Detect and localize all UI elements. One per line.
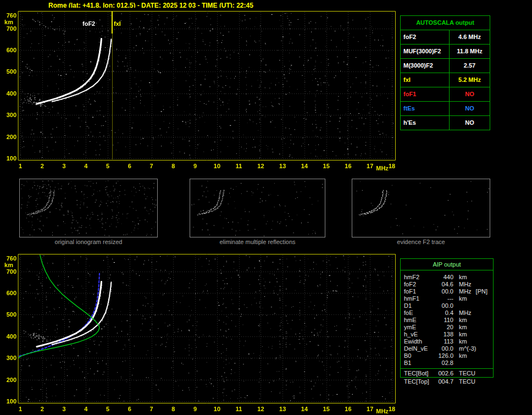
- aip-value: 002.6: [435, 370, 453, 377]
- aip-unit: MHz: [459, 309, 472, 317]
- table-row: foF1 00.0 MHz [PN]: [401, 288, 493, 295]
- table-row: foF2 04.6 MHz: [401, 281, 493, 288]
- aip-value: ---: [435, 295, 453, 302]
- aip-param: hmF2: [404, 274, 435, 281]
- aip-value: 00.0: [435, 288, 453, 295]
- table-row: foE 0.4 MHz: [401, 309, 493, 317]
- aip-value: 00.0: [435, 302, 453, 309]
- aip-unit: km: [459, 338, 467, 345]
- aip-param: hmE: [404, 317, 435, 324]
- table-row: TEC[Bot] 002.6 TECU: [401, 370, 493, 377]
- table-row: foF1 NO: [401, 87, 490, 102]
- aip-body: hmF2 440 km foF2 04.6 MHz foF1 00.0 MHz …: [401, 270, 493, 377]
- aip-param: h_vE: [404, 331, 435, 338]
- aip-param: B0: [404, 352, 435, 359]
- table-row: h'Es NO: [401, 116, 490, 130]
- aip-param: TEC[Top]: [404, 378, 435, 385]
- aip-unit: MHz: [459, 288, 472, 295]
- aip-unit: MHz: [459, 281, 472, 288]
- top-ionogram-canvas: [0, 8, 398, 173]
- thumbnail-caption: eliminate multiple reflections: [190, 239, 325, 245]
- row-value: 2.57: [450, 59, 490, 73]
- table-row: hmF2 440 km: [401, 274, 493, 281]
- fxi-label: fxI: [114, 20, 121, 27]
- autoscala-title: AUTOSCALA output: [401, 16, 490, 30]
- row-value: 11.8 MHz: [450, 45, 490, 58]
- table-row: fxI 5.2 MHz: [401, 73, 490, 87]
- aip-value: 138: [435, 331, 453, 338]
- row-label: foF1: [401, 87, 450, 101]
- aip-unit: m^(-3): [459, 345, 476, 352]
- aip-param: Ewidth: [404, 338, 435, 345]
- aip-unit: km: [459, 295, 467, 302]
- aip-value: 126.0: [435, 352, 453, 359]
- table-row: B0 126.0 km: [401, 352, 493, 359]
- thumbnail-caption: original ionogram resized: [19, 239, 158, 245]
- row-value: 5.2 MHz: [450, 73, 490, 87]
- row-label: h'Es: [401, 116, 450, 130]
- table-row: MUF(3000)F2 11.8 MHz: [401, 45, 490, 59]
- row-label: fxI: [401, 73, 450, 87]
- aip-value: 20: [435, 324, 453, 331]
- row-value: NO: [450, 102, 490, 115]
- table-row: Ewidth 113 km: [401, 338, 493, 345]
- table-row: hmE 110 km: [401, 317, 493, 324]
- row-label: M(3000)F2: [401, 59, 450, 73]
- aip-value: 00.0: [435, 345, 453, 352]
- aip-value: 440: [435, 274, 453, 281]
- row-label: MUF(3000)F2: [401, 45, 450, 58]
- aip-param: TEC[Bot]: [404, 370, 435, 377]
- table-row: hmF1 --- km: [401, 295, 493, 302]
- aip-unit: km: [459, 324, 467, 331]
- aip-unit: km: [459, 274, 467, 281]
- aip-param: foF1: [404, 288, 435, 295]
- aip-tec-top-row: TEC[Top] 004.7 TECU: [400, 378, 492, 385]
- aip-value: 0.4: [435, 309, 453, 317]
- table-row: TEC[Top] 004.7 TECU: [400, 378, 492, 385]
- aip-output-table: AIP output hmF2 440 km foF2 04.6 MHz foF…: [400, 258, 494, 378]
- aip-param: foE: [404, 309, 435, 317]
- aip-param: B1: [404, 359, 435, 367]
- aip-value: 04.6: [435, 281, 453, 288]
- aip-param: hmF1: [404, 295, 435, 302]
- fof2-label: foF2: [82, 20, 95, 27]
- aip-unit: TECU: [459, 378, 475, 385]
- table-row: D1 00.0: [401, 302, 493, 309]
- aip-unit: km: [459, 317, 467, 324]
- row-label: ftEs: [401, 102, 450, 115]
- aip-value: 113: [435, 338, 453, 345]
- aip-unit: TECU: [459, 370, 475, 377]
- divider: [401, 368, 493, 369]
- aip-value: 004.7: [435, 378, 453, 385]
- thumbnail-original-ionogram: [19, 179, 158, 237]
- row-value: NO: [450, 87, 490, 101]
- row-value: 4.6 MHz: [450, 30, 490, 44]
- aip-note: [PN]: [476, 288, 487, 295]
- autoscala-output-table: AUTOSCALA output foF2 4.6 MHz MUF(3000)F…: [400, 15, 490, 130]
- aip-param: DelN_vE: [404, 345, 435, 352]
- aip-unit: km: [459, 331, 467, 338]
- aip-param: foF2: [404, 281, 435, 288]
- row-value: NO: [450, 116, 490, 130]
- table-row: foF2 4.6 MHz: [401, 30, 490, 45]
- aip-param: ymE: [404, 324, 435, 331]
- bottom-ionogram-canvas: [0, 251, 398, 415]
- autoscala-screen: Rome (lat: +41.8, lon: 012.5) - DATE: 20…: [0, 0, 532, 415]
- table-row: ymE 20 km: [401, 324, 493, 331]
- aip-value: 110: [435, 317, 453, 324]
- table-row: DelN_vE 00.0 m^(-3): [401, 345, 493, 352]
- aip-value: 02.8: [435, 359, 453, 367]
- aip-param: D1: [404, 302, 435, 309]
- thumbnail-f2-trace-evidence: [352, 179, 490, 237]
- thumbnail-caption: evidence F2 trace: [352, 239, 490, 245]
- table-row: M(3000)F2 2.57: [401, 59, 490, 73]
- table-row: B1 02.8: [401, 359, 493, 367]
- row-label: foF2: [401, 30, 450, 44]
- thumbnail-multiple-reflections-removed: [190, 179, 325, 237]
- table-row: ftEs NO: [401, 102, 490, 116]
- aip-title: AIP output: [401, 259, 493, 270]
- aip-unit: km: [459, 352, 467, 359]
- table-row: h_vE 138 km: [401, 331, 493, 338]
